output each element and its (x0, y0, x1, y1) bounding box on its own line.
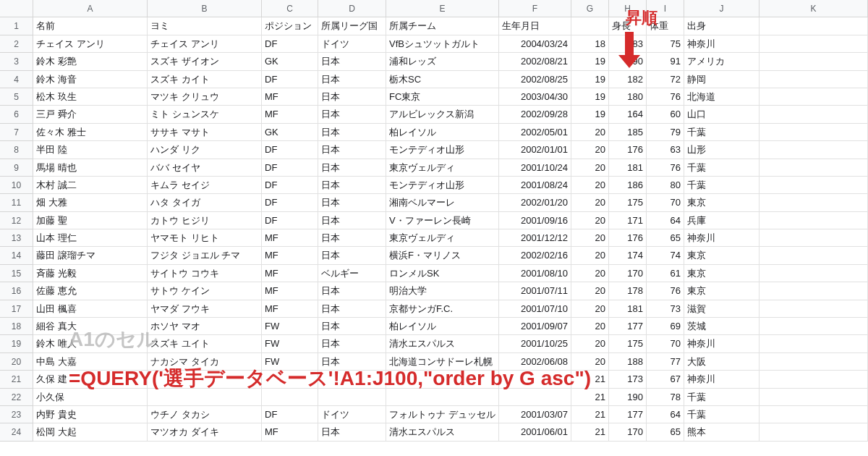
col-header-F[interactable]: F (499, 0, 571, 17)
row-header[interactable]: 23 (0, 406, 33, 423)
row-header[interactable]: 12 (0, 212, 33, 229)
data-cell[interactable]: 177 (609, 318, 647, 335)
data-cell[interactable] (760, 423, 868, 441)
data-cell[interactable]: ナカシマ タイカ (148, 353, 262, 371)
data-cell[interactable]: 2001/03/07 (499, 406, 571, 423)
data-cell[interactable]: 千葉 (684, 124, 760, 141)
data-cell[interactable]: 69 (647, 318, 684, 335)
data-cell[interactable] (386, 389, 499, 406)
corner-cell[interactable] (0, 0, 33, 17)
data-cell[interactable]: 170 (609, 265, 647, 282)
data-cell[interactable]: 佐々木 雅士 (33, 124, 148, 141)
data-cell[interactable]: 20 (571, 229, 609, 247)
data-cell[interactable]: フジタ ジョエル チマ (148, 247, 262, 264)
data-cell[interactable]: 日本 (318, 124, 386, 141)
row-header[interactable]: 10 (0, 177, 33, 194)
data-cell[interactable]: ハタ タイガ (148, 194, 262, 211)
data-cell[interactable]: マツキ クリュウ (148, 88, 262, 106)
data-cell[interactable] (760, 35, 868, 53)
row-header[interactable]: 7 (0, 124, 33, 141)
data-cell[interactable]: 178 (609, 282, 647, 300)
data-cell[interactable]: 栃木SC (386, 71, 499, 88)
data-cell[interactable]: 176 (609, 229, 647, 247)
data-cell[interactable]: 木村 誠二 (33, 177, 148, 194)
data-cell[interactable]: 東京 (684, 194, 760, 211)
data-cell[interactable] (148, 389, 262, 406)
data-cell[interactable]: 181 (609, 159, 647, 177)
header-cell[interactable]: 名前 (33, 17, 148, 35)
data-cell[interactable]: 20 (571, 159, 609, 177)
data-cell[interactable]: スズキ ザイオン (148, 53, 262, 70)
data-cell[interactable]: ホソヤ マオ (148, 318, 262, 335)
data-cell[interactable]: 2001/12/12 (499, 229, 571, 247)
data-cell[interactable]: 72 (647, 71, 684, 88)
col-header-C[interactable]: C (262, 0, 318, 17)
row-header[interactable]: 5 (0, 88, 33, 106)
data-cell[interactable]: 柏レイソル (386, 124, 499, 141)
data-cell[interactable]: 20 (571, 265, 609, 282)
data-cell[interactable] (318, 371, 386, 388)
data-cell[interactable]: 70 (647, 194, 684, 211)
data-cell[interactable] (760, 389, 868, 406)
data-cell[interactable]: 181 (609, 300, 647, 318)
data-cell[interactable]: GK (262, 124, 318, 141)
col-header-A[interactable]: A (33, 0, 148, 17)
data-cell[interactable]: 鈴木 海音 (33, 71, 148, 88)
data-cell[interactable]: サトウ ケイン (148, 282, 262, 300)
data-cell[interactable] (760, 106, 868, 123)
row-header[interactable]: 22 (0, 389, 33, 406)
data-cell[interactable]: DF (262, 177, 318, 194)
data-cell[interactable]: 細谷 真大 (33, 318, 148, 335)
data-cell[interactable]: VfBシュツットガルト (386, 35, 499, 53)
col-header-D[interactable]: D (318, 0, 386, 17)
data-cell[interactable]: 日本 (318, 423, 386, 441)
data-cell[interactable]: 20 (571, 300, 609, 318)
data-cell[interactable] (760, 318, 868, 335)
data-cell[interactable]: 21 (571, 371, 609, 388)
data-cell[interactable]: MF (262, 300, 318, 318)
data-cell[interactable]: 190 (609, 389, 647, 406)
data-cell[interactable] (760, 177, 868, 194)
header-cell[interactable]: 体重 (647, 17, 684, 35)
data-cell[interactable] (760, 353, 868, 371)
data-cell[interactable]: 日本 (318, 194, 386, 211)
data-cell[interactable]: MF (262, 265, 318, 282)
data-cell[interactable]: 20 (571, 124, 609, 141)
data-cell[interactable]: DF (262, 159, 318, 177)
data-cell[interactable]: 神奈川 (684, 335, 760, 352)
data-cell[interactable]: チェイス アンリ (148, 35, 262, 53)
data-cell[interactable] (760, 53, 868, 70)
data-cell[interactable]: 77 (647, 353, 684, 371)
data-cell[interactable]: 20 (571, 318, 609, 335)
data-cell[interactable]: 斉藤 光毅 (33, 265, 148, 282)
data-cell[interactable]: 佐藤 恵允 (33, 282, 148, 300)
data-cell[interactable]: 清水エスパルス (386, 423, 499, 441)
row-header[interactable]: 13 (0, 229, 33, 247)
data-cell[interactable]: 松木 玖生 (33, 88, 148, 106)
data-cell[interactable]: 76 (647, 282, 684, 300)
col-header-K[interactable]: K (760, 0, 868, 17)
data-cell[interactable]: 北海道 (684, 88, 760, 106)
data-cell[interactable]: 日本 (318, 53, 386, 70)
data-cell[interactable]: 2003/04/30 (499, 88, 571, 106)
data-cell[interactable]: 日本 (318, 318, 386, 335)
data-cell[interactable] (760, 229, 868, 247)
data-cell[interactable]: MF (262, 88, 318, 106)
data-cell[interactable]: 2004/03/24 (499, 35, 571, 53)
data-cell[interactable]: 千葉 (684, 159, 760, 177)
data-cell[interactable]: ササキ マサト (148, 124, 262, 141)
data-cell[interactable]: 2002/02/16 (499, 247, 571, 264)
data-cell[interactable]: 190 (609, 53, 647, 70)
data-cell[interactable]: 神奈川 (684, 35, 760, 53)
data-cell[interactable]: 20 (571, 353, 609, 371)
data-cell[interactable]: 21 (571, 406, 609, 423)
data-cell[interactable]: 74 (647, 247, 684, 264)
data-cell[interactable]: マツオカ ダイキ (148, 423, 262, 441)
data-cell[interactable]: 東京ヴェルディ (386, 159, 499, 177)
data-cell[interactable]: 中島 大嘉 (33, 353, 148, 371)
data-cell[interactable]: フォルトゥナ デュッセルドルフ (386, 406, 499, 423)
data-cell[interactable]: 日本 (318, 300, 386, 318)
row-header[interactable]: 24 (0, 423, 33, 441)
data-cell[interactable]: DF (262, 406, 318, 423)
data-cell[interactable]: 滋賀 (684, 300, 760, 318)
